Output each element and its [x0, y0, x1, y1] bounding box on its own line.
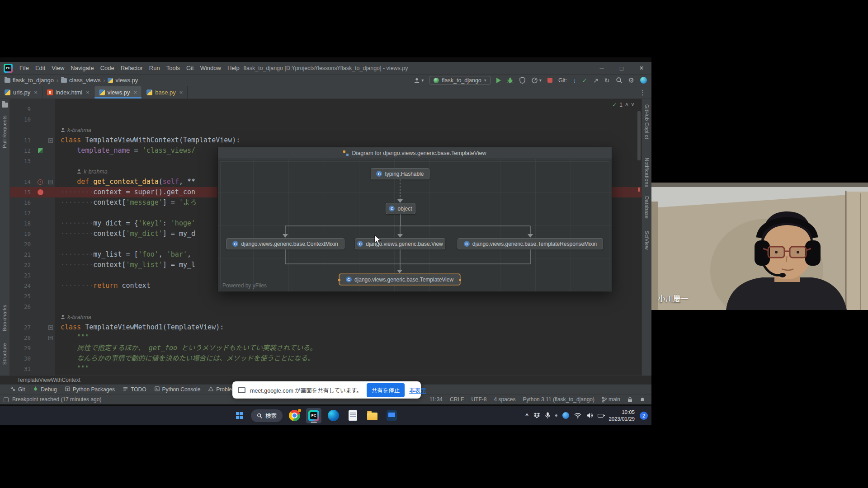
tool-stripe-database[interactable]: Database	[644, 196, 650, 219]
breadcrumb-item-flask_to_django[interactable]: flask_to_django	[5, 77, 54, 84]
fold-marker[interactable]: −	[48, 138, 53, 143]
fold-marker[interactable]: −	[48, 180, 53, 184]
coverage-button[interactable]	[519, 77, 525, 84]
tray-overflow-chevron[interactable]: ^	[525, 412, 529, 419]
tool-window-git[interactable]: Git	[6, 385, 29, 394]
tool-stripe-github-copilot[interactable]: GitHub Copilot	[644, 104, 650, 139]
breadcrumb-item-class_views[interactable]: class_views	[61, 77, 100, 84]
breadcrumb-item-views.py[interactable]: views.py	[108, 77, 138, 84]
speaker-icon[interactable]	[586, 413, 593, 418]
tab-views.py[interactable]: views.py×	[94, 86, 142, 99]
tab-close-icon[interactable]: ×	[86, 89, 90, 96]
menu-edit[interactable]: Edit	[32, 63, 48, 73]
bluetooth-dot-icon[interactable]	[555, 414, 557, 417]
menu-navigate[interactable]: Navigate	[67, 63, 97, 73]
git-commit-button[interactable]: ✓	[582, 77, 587, 84]
run-configuration-select[interactable]: flask_to_django ▾	[429, 76, 491, 85]
tab-base.py[interactable]: base.py×	[142, 86, 188, 99]
copilot-status-icon[interactable]	[640, 77, 647, 84]
stop-sharing-button[interactable]: 共有を停止	[367, 383, 405, 397]
cursor-position[interactable]: 11:34	[429, 396, 443, 403]
tool-window-python-console[interactable]: Python Console	[151, 385, 205, 394]
microphone-icon[interactable]	[545, 412, 550, 419]
status-message[interactable]: Breakpoint reached (17 minutes ago)	[12, 396, 101, 403]
python-interpreter[interactable]: Python 3.11 (flask_to_django)	[523, 396, 594, 403]
git-branch[interactable]: main	[602, 396, 620, 403]
prev-problem-icon[interactable]: ˄	[625, 102, 628, 108]
editor-scrollbar[interactable]	[637, 99, 641, 375]
breakpoint-icon[interactable]	[38, 189, 43, 195]
start-button[interactable]	[231, 408, 247, 423]
inspection-widget[interactable]: ✓ 1 ˄ ˅	[612, 102, 634, 108]
edge-app-button[interactable]	[326, 408, 341, 423]
menu-file[interactable]: File	[16, 63, 32, 73]
user-menu[interactable]: ▾	[414, 77, 424, 84]
tab-index.html[interactable]: 5index.html×	[42, 86, 94, 99]
chrome-app-button[interactable]	[287, 408, 302, 423]
file-encoding[interactable]: UTF-8	[471, 396, 486, 403]
settings-button[interactable]: ⚙	[628, 77, 634, 84]
diagram-node-contextmixin[interactable]: C django.views.generic.base.ContextMixin	[226, 238, 344, 249]
menu-refactor[interactable]: Refactor	[118, 63, 146, 73]
tool-window-todo[interactable]: TODO	[119, 385, 150, 394]
maximize-button[interactable]: □	[612, 62, 632, 75]
taskbar-clock[interactable]: 10:05 2023/01/29	[609, 409, 635, 422]
tab-close-icon[interactable]: ×	[34, 89, 38, 96]
override-icon[interactable]: ↑	[38, 179, 43, 185]
tool-stripe-bookmarks[interactable]: Bookmarks	[2, 305, 7, 331]
git-push-button[interactable]: ↗	[593, 77, 599, 84]
tool-stripe-structure[interactable]: Structure	[2, 343, 7, 365]
menu-git[interactable]: Git	[183, 63, 197, 73]
lock-icon[interactable]	[627, 397, 632, 403]
menu-run[interactable]: Run	[146, 63, 163, 73]
profiler-button[interactable]: ▾	[531, 77, 542, 84]
battery-icon[interactable]	[598, 414, 604, 418]
indent-setting[interactable]: 4 spaces	[494, 396, 515, 403]
hide-banner-button[interactable]: 非表示	[409, 386, 426, 394]
run-button[interactable]	[496, 78, 501, 83]
more-tabs-icon[interactable]: ⋮	[634, 86, 651, 99]
git-update-button[interactable]: ↓	[573, 77, 576, 84]
debug-button[interactable]	[507, 77, 514, 84]
notepad-app-button[interactable]	[345, 408, 360, 423]
taskbar-search[interactable]: 検索	[251, 409, 283, 422]
explorer-app-button[interactable]	[364, 408, 380, 423]
search-everywhere-button[interactable]	[616, 77, 623, 84]
notification-count-badge[interactable]: 2	[640, 412, 648, 420]
menu-tools[interactable]: Tools	[163, 63, 183, 73]
pycharm-app-button[interactable]: PC	[306, 408, 321, 423]
tool-window-python-packages[interactable]: Python Packages	[61, 385, 119, 394]
wifi-icon[interactable]	[574, 413, 581, 418]
minimize-button[interactable]: ─	[592, 62, 612, 75]
tool-stripe-notifications[interactable]: Notifications	[644, 158, 650, 187]
notifications-icon[interactable]	[640, 397, 645, 403]
diagram-node-templateview[interactable]: C django.views.generic.base.TemplateView	[339, 274, 460, 285]
template-icon[interactable]	[38, 148, 43, 153]
search-highlights-icon[interactable]	[562, 412, 569, 419]
scrollbar-thumb[interactable]	[637, 111, 641, 160]
diagram-node-templateresponsemixin[interactable]: C django.views.generic.base.TemplateResp…	[458, 238, 603, 249]
diagram-node-object[interactable]: C object	[386, 203, 415, 214]
tool-stripe-pull-requests[interactable]: Pull Requests	[2, 115, 7, 148]
diagram-node-hashable[interactable]: C typing.Hashable	[371, 168, 429, 179]
dropbox-icon[interactable]	[533, 413, 540, 419]
close-button[interactable]: ×	[632, 62, 651, 75]
diagram-node-view[interactable]: C django.views.generic.base.View	[355, 238, 445, 249]
tool-stripe-sciview[interactable]: SciView	[644, 231, 650, 250]
tool-window-debug[interactable]: Debug	[29, 385, 61, 394]
menu-code[interactable]: Code	[97, 63, 118, 73]
fold-marker[interactable]: −	[48, 325, 53, 330]
menu-view[interactable]: View	[48, 63, 67, 73]
fold-marker[interactable]: −	[48, 336, 53, 340]
tab-close-icon[interactable]: ×	[179, 89, 183, 96]
menu-help[interactable]: Help	[224, 63, 243, 73]
tab-urls.py[interactable]: urls.py×	[0, 86, 42, 99]
project-tool-icon[interactable]	[2, 103, 8, 108]
tab-close-icon[interactable]: ×	[134, 89, 137, 96]
remote-desktop-app-button[interactable]	[384, 408, 399, 423]
line-separator[interactable]: CRLF	[450, 396, 464, 403]
next-problem-icon[interactable]: ˅	[631, 102, 634, 108]
git-history-button[interactable]: ↻	[604, 77, 610, 84]
tool-window-toggle-icon[interactable]	[4, 397, 9, 402]
diagram-canvas[interactable]: C typing.Hashable C object C django.view…	[218, 159, 612, 291]
